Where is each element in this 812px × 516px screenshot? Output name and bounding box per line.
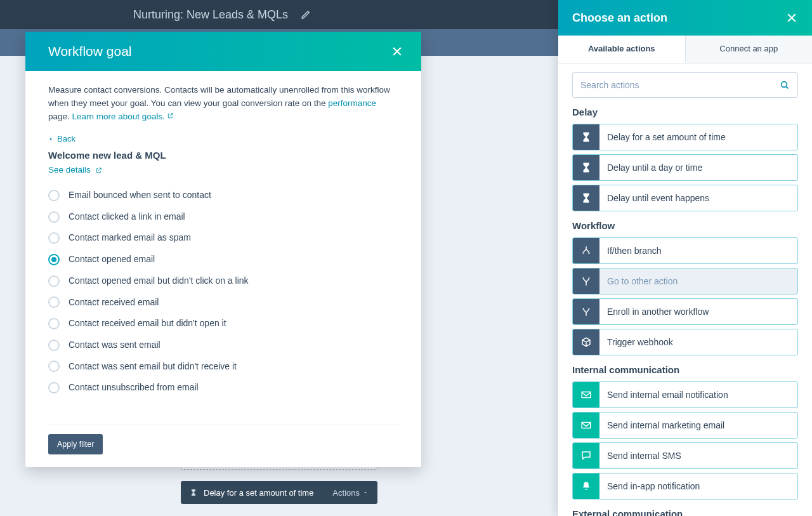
action-item-label: Enroll in another workflow: [599, 307, 797, 317]
svg-point-0: [782, 82, 787, 88]
action-item[interactable]: Go to other action: [572, 268, 798, 294]
hourglass-icon: [190, 488, 197, 497]
goal-option-label: Contact received email: [69, 296, 159, 310]
action-item[interactable]: Delay for a set amount of time: [572, 124, 798, 150]
action-item-label: Send internal SMS: [599, 451, 797, 461]
tab-available-actions[interactable]: Available actions: [558, 36, 685, 63]
goal-option[interactable]: Contact opened email but didn't click on…: [48, 274, 398, 288]
delay-node[interactable]: Delay for a set amount of time Actions: [181, 481, 377, 504]
see-details-link[interactable]: See details: [48, 164, 398, 177]
delay-node-label: Delay for a set amount of time: [204, 488, 313, 498]
goal-option-label: Contact was sent email: [69, 338, 160, 352]
back-link[interactable]: Back: [48, 133, 398, 145]
action-item[interactable]: Send internal marketing email: [572, 412, 798, 439]
goal-option-label: Email bounced when sent to contact: [69, 189, 211, 202]
action-panel-tabs: Available actions Connect an app: [558, 36, 812, 63]
action-item-label: If/then branch: [599, 246, 797, 256]
goal-option[interactable]: Email bounced when sent to contact: [48, 189, 398, 202]
action-item-icon: [573, 329, 599, 355]
action-item[interactable]: Enroll in another workflow: [572, 298, 798, 325]
goal-option-label: Contact marked email as spam: [69, 231, 191, 245]
search-icon: [780, 80, 790, 90]
radio-icon: [48, 296, 60, 308]
chevron-down-icon: [362, 489, 369, 496]
hourglass-icon: [580, 131, 592, 143]
action-item-label: Delay until event happens: [599, 193, 797, 203]
action-item-icon: [573, 124, 599, 150]
mail-icon: [580, 420, 592, 431]
goal-option-label: Contact clicked a link in email: [69, 210, 185, 224]
radio-icon: [48, 275, 60, 287]
hourglass-icon: [580, 192, 592, 204]
action-item[interactable]: Delay until event happens: [572, 185, 798, 211]
close-icon[interactable]: [785, 11, 798, 24]
radio-icon: [48, 232, 60, 244]
search-actions[interactable]: [572, 72, 798, 98]
goal-option[interactable]: Contact marked email as spam: [48, 231, 398, 245]
edit-title-icon[interactable]: [301, 10, 311, 20]
goal-option-label: Contact was sent email but didn't receiv…: [69, 360, 237, 374]
action-group-title: Delay: [572, 107, 798, 117]
tab-connect-app[interactable]: Connect an app: [685, 36, 813, 63]
action-item[interactable]: Trigger webhook: [572, 329, 798, 355]
action-item-label: Delay for a set amount of time: [599, 132, 797, 142]
action-group-title: External communication: [572, 508, 798, 516]
chevron-left-icon: [48, 135, 53, 143]
mail-icon: [580, 389, 592, 400]
external-link-icon: [95, 167, 102, 174]
merge-icon: [580, 275, 592, 287]
goal-option-label: Contact opened email: [69, 253, 155, 267]
cube-icon: [580, 336, 592, 348]
action-item-label: Send internal email notification: [599, 390, 797, 400]
search-actions-input[interactable]: [580, 80, 780, 90]
goal-option[interactable]: Contact opened email: [48, 253, 398, 267]
action-item-icon: [573, 155, 599, 180]
external-link-icon: [167, 112, 174, 119]
goal-option[interactable]: Contact was sent email but didn't receiv…: [48, 360, 398, 374]
action-item-icon: [573, 443, 599, 468]
action-panel-header: Choose an action: [558, 0, 812, 36]
action-item-label: Go to other action: [599, 276, 797, 286]
radio-icon: [48, 211, 60, 223]
goal-option[interactable]: Contact received email but didn't open i…: [48, 317, 398, 331]
action-item[interactable]: If/then branch: [572, 237, 798, 264]
close-icon[interactable]: [391, 45, 403, 58]
action-item-label: Delay until a day or time: [599, 162, 797, 173]
goal-option[interactable]: Contact was sent email: [48, 338, 398, 352]
delay-node-actions[interactable]: Actions: [332, 488, 369, 498]
action-panel: Choose an action Available actions Conne…: [558, 0, 812, 516]
action-item[interactable]: Delay until a day or time: [572, 154, 798, 181]
radio-icon: [48, 382, 60, 394]
goal-option-label: Contact received email but didn't open i…: [69, 317, 226, 331]
action-panel-title: Choose an action: [572, 11, 667, 25]
goal-option[interactable]: Contact received email: [48, 296, 398, 310]
action-item-icon: [573, 299, 599, 324]
modal-description: Measure contact conversions. Contacts wi…: [48, 84, 398, 124]
radio-icon: [48, 318, 60, 329]
bell-icon: [580, 480, 592, 492]
apply-filter-button[interactable]: Apply filter: [48, 434, 103, 454]
modal-title: Workflow goal: [48, 44, 132, 59]
action-item-icon: [573, 473, 599, 499]
action-group-title: Workflow: [572, 220, 798, 231]
action-item[interactable]: Send in-app notification: [572, 473, 798, 499]
action-item[interactable]: Send internal SMS: [572, 442, 798, 469]
hourglass-icon: [580, 162, 592, 173]
action-item-label: Trigger webhook: [599, 337, 797, 347]
goal-option[interactable]: Contact clicked a link in email: [48, 210, 398, 224]
action-item-icon: [573, 238, 599, 263]
goal-option[interactable]: Contact unsubscribed from email: [48, 381, 398, 395]
action-item-label: Send in-app notification: [599, 481, 797, 491]
goal-options: Email bounced when sent to contactContac…: [48, 189, 398, 395]
action-item[interactable]: Send internal email notification: [572, 381, 798, 408]
learn-more-link[interactable]: Learn more about goals.: [72, 112, 174, 121]
radio-icon: [48, 190, 60, 201]
goal-option-label: Contact opened email but didn't click on…: [69, 274, 249, 288]
goal-subtitle: Welcome new lead & MQL: [48, 148, 398, 162]
merge-icon: [580, 306, 592, 317]
radio-icon: [48, 340, 60, 351]
action-group-title: Internal communication: [572, 364, 798, 375]
workflow-goal-modal: Workflow goal Measure contact conversion…: [25, 32, 421, 467]
radio-icon: [48, 254, 60, 265]
performance-link[interactable]: performance: [328, 98, 376, 108]
